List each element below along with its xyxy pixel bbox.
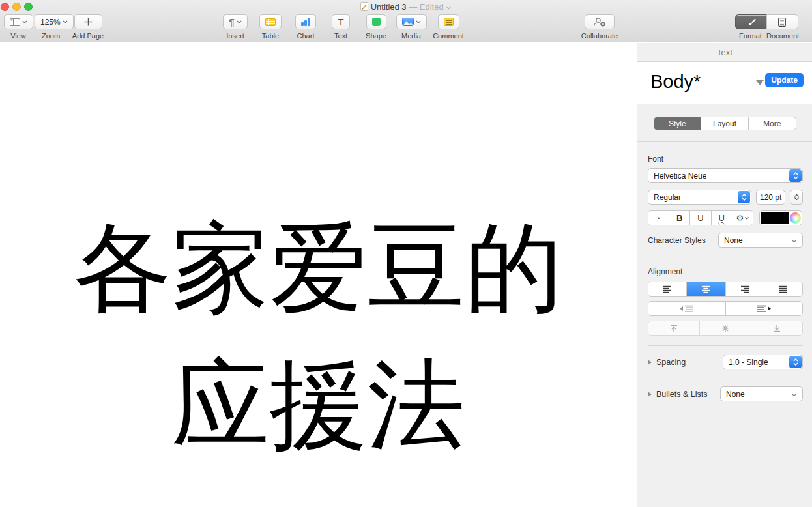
text-color-well[interactable] [761,212,789,224]
update-style-button[interactable]: Update [765,73,804,87]
insert-button[interactable]: ¶ [223,14,247,29]
tab-style[interactable]: Style [654,117,701,130]
view-button[interactable] [4,14,33,29]
zoom-button[interactable]: 125% [35,14,74,29]
format-label: Format [734,32,766,40]
toolbar-group-text: T Text [326,14,355,40]
color-wheel-button[interactable] [790,212,801,224]
text-label: Text [326,32,355,40]
bullets-disclosure[interactable]: Bullets & Lists [648,390,708,399]
paragraph-style-row: Body* Update [637,62,812,104]
toolbar-group-zoom: 125% Zoom [35,14,67,40]
spacing-disclosure[interactable]: Spacing [648,358,686,367]
spacing-label: Spacing [656,358,686,367]
font-weight-dropdown[interactable]: Regular [648,190,751,205]
align-justify-button[interactable] [764,282,802,296]
paragraph-icon: ¶ [229,17,234,27]
font-family-dropdown[interactable]: Helvetica Neue [648,168,803,183]
align-middle-icon [721,325,730,332]
spacing-value: 1.0 - Single [729,358,768,367]
chart-button[interactable] [295,14,316,29]
underline-button[interactable]: U [689,211,710,225]
text-icon: T [338,17,343,27]
increase-indent-icon [756,305,772,312]
tab-more[interactable]: More [748,117,796,130]
font-size-field[interactable]: 120 pt [756,190,785,205]
window-title: Untitled 3 — Edited [0,2,812,13]
format-button[interactable] [735,14,767,29]
character-styles-dropdown[interactable]: None [718,233,803,248]
document-text[interactable]: 各家爱豆的 应援法 [0,199,637,473]
toolbar-group-view: View [3,14,33,40]
font-weight-value: Regular [654,193,681,202]
pages-document-icon [360,2,368,13]
decrease-indent-button[interactable] [648,302,725,315]
align-left-button[interactable] [648,282,686,296]
shape-button[interactable] [366,14,386,29]
paragraph-style-name[interactable]: Body* [650,71,701,93]
text-button[interactable]: T [332,14,349,29]
character-styles-label: Character Styles [648,236,706,245]
align-bottom-icon [772,325,781,332]
toolbar-group-collaborate: Collaborate [579,14,620,40]
align-top-button[interactable] [648,321,699,335]
media-button[interactable] [396,14,427,29]
comment-button[interactable] [438,14,459,29]
font-size-stepper[interactable] [790,190,803,205]
view-icon [10,18,20,26]
align-right-button[interactable] [725,282,764,296]
disclosure-triangle-icon [648,392,652,397]
media-label: Media [395,32,428,40]
document-text-line[interactable]: 各家爱豆的 [0,199,637,336]
advanced-options-button[interactable]: ⚙ [732,211,753,225]
table-button[interactable] [259,14,282,29]
toolbar-group-format-document: Format Document [734,14,798,40]
inspector-tabs: Style Layout More [637,104,812,142]
toolbar-group-media: Media [395,14,428,40]
toolbar-group-shape: Shape [361,14,391,40]
wavy-underline-button[interactable]: U [711,211,732,225]
font-family-value: Helvetica Neue [654,171,706,181]
align-top-icon [669,325,678,332]
tab-layout[interactable]: Layout [701,117,748,130]
document-button[interactable] [766,14,798,29]
window-header: Untitled 3 — Edited View 125% Zoom Add P… [0,0,812,42]
align-justify-icon [778,285,789,293]
vertical-alignment-segments [648,321,803,336]
disclosure-triangle-icon [648,360,652,365]
toolbar-group-comment: Comment [431,14,466,40]
align-left-icon [662,285,673,293]
style-dropdown-arrow-icon[interactable] [756,80,764,85]
table-label: Table [256,32,285,40]
bullets-label: Bullets & Lists [656,390,708,399]
format-inspector-panel: Text Body* Update Style Layout More Font… [637,43,812,507]
spacing-stepper[interactable] [789,356,802,368]
plus-icon [84,18,93,26]
bullets-dropdown[interactable]: None [720,386,803,401]
emphasis-dot-button[interactable]: • [648,211,669,225]
chevron-down-icon [791,239,797,243]
document-canvas[interactable]: 各家爱豆的 应援法 [0,43,637,507]
horizontal-alignment-segments [648,282,803,297]
inspector-header: Text [637,43,812,62]
title-chevron-down-icon[interactable] [446,6,452,10]
media-icon [402,18,414,26]
font-family-stepper[interactable] [789,169,802,182]
spacing-dropdown[interactable]: 1.0 - Single [723,355,803,369]
chart-icon [301,18,310,26]
character-styles-value: None [724,236,743,245]
bold-button[interactable]: B [669,211,689,225]
font-weight-stepper[interactable] [738,191,750,203]
increase-indent-button[interactable] [725,302,803,315]
add-page-button[interactable] [74,14,102,29]
format-paintbrush-icon [746,18,757,27]
document-text-line[interactable]: 应援法 [0,336,637,473]
chart-label: Chart [291,32,320,40]
align-center-button[interactable] [686,282,725,296]
chevron-down-icon [745,217,749,220]
align-bottom-button[interactable] [751,321,802,335]
document-icon [778,18,786,27]
collaborate-button[interactable] [585,14,615,29]
text-color-control [759,210,802,225]
align-middle-button[interactable] [699,321,751,335]
